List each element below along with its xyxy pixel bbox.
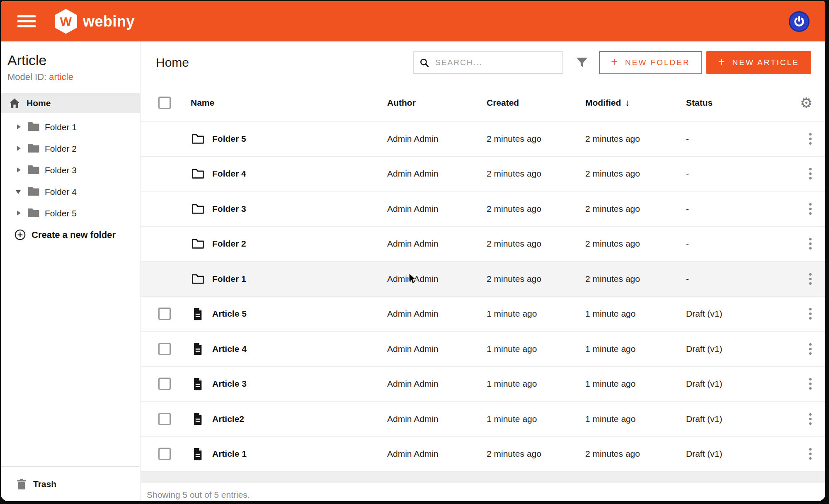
kebab-menu-icon[interactable]: [804, 341, 817, 357]
row-status: Draft (v1): [686, 379, 803, 389]
folder-icon: [28, 165, 39, 176]
filter-button[interactable]: [575, 56, 589, 70]
column-header-name[interactable]: Name: [191, 98, 387, 108]
row-status: -: [686, 169, 803, 179]
folder-icon: [191, 274, 205, 284]
menu-icon[interactable]: [17, 12, 36, 30]
sidebar-folder-label: Folder 4: [45, 187, 77, 197]
search-input[interactable]: [435, 58, 557, 67]
chevron-right-icon[interactable]: [17, 168, 22, 173]
row-checkbox[interactable]: [158, 413, 171, 425]
table-row[interactable]: Folder 1 Admin Admin 2 minutes ago 2 min…: [141, 262, 825, 297]
table-row[interactable]: Article2 Admin Admin 1 minute ago 1 minu…: [141, 402, 825, 437]
row-name[interactable]: Article 4: [212, 344, 247, 354]
table-row[interactable]: Article 1 Admin Admin 2 minutes ago 2 mi…: [141, 437, 825, 472]
row-created: 1 minute ago: [487, 344, 585, 354]
row-modified: 2 minutes ago: [585, 449, 686, 459]
user-avatar-power-icon[interactable]: [789, 11, 810, 32]
trash-icon: [17, 478, 27, 490]
row-author: Admin Admin: [387, 449, 487, 459]
sidebar-folder-item[interactable]: Folder 2: [1, 138, 140, 160]
row-modified: 2 minutes ago: [585, 169, 686, 179]
row-name[interactable]: Folder 3: [212, 204, 246, 214]
column-header-author[interactable]: Author: [387, 98, 487, 108]
chevron-right-icon[interactable]: [17, 125, 22, 130]
sidebar-folder-label: Folder 2: [45, 144, 77, 154]
column-header-modified[interactable]: Modified↓: [585, 97, 686, 108]
row-checkbox[interactable]: [158, 378, 171, 390]
table-row[interactable]: Folder 3 Admin Admin 2 minutes ago 2 min…: [141, 191, 825, 227]
sidebar-item-home[interactable]: Home: [1, 93, 140, 113]
row-checkbox[interactable]: [158, 308, 171, 320]
row-created: 2 minutes ago: [487, 274, 585, 284]
table-row[interactable]: Folder 5 Admin Admin 2 minutes ago 2 min…: [141, 121, 825, 157]
row-name[interactable]: Folder 2: [212, 239, 246, 249]
sidebar-folder-item[interactable]: Folder 3: [1, 160, 140, 181]
create-folder-button[interactable]: Create a new folder: [1, 229, 140, 240]
chevron-right-icon[interactable]: [17, 146, 22, 151]
column-header-created[interactable]: Created: [487, 98, 585, 108]
table-body: Folder 5 Admin Admin 2 minutes ago 2 min…: [141, 121, 825, 472]
row-name[interactable]: Article 3: [212, 379, 247, 389]
new-article-button[interactable]: + NEW ARTICLE: [706, 51, 811, 74]
sidebar-folder-item[interactable]: Folder 1: [1, 116, 140, 138]
kebab-menu-icon[interactable]: [804, 131, 817, 147]
home-icon: [9, 98, 20, 108]
table-row[interactable]: Folder 2 Admin Admin 2 minutes ago 2 min…: [141, 227, 825, 262]
row-status: Draft (v1): [686, 449, 803, 459]
row-author: Admin Admin: [387, 379, 487, 389]
kebab-menu-icon[interactable]: [804, 165, 817, 182]
trash-button[interactable]: Trash: [1, 466, 140, 501]
row-name[interactable]: Article 1: [212, 449, 247, 459]
plus-circle-icon: [15, 229, 26, 240]
kebab-menu-icon[interactable]: [804, 271, 817, 287]
kebab-menu-icon[interactable]: [804, 411, 817, 427]
article-document-icon: [191, 308, 205, 320]
kebab-menu-icon[interactable]: [804, 305, 817, 322]
entries-count: Showing 5 out of 5 entries.: [141, 483, 825, 500]
app-window: W webiny Article Model ID: article Home: [1, 1, 825, 501]
search-box[interactable]: [413, 51, 563, 74]
kebab-menu-icon[interactable]: [804, 376, 817, 392]
row-name[interactable]: Article2: [212, 414, 244, 424]
folder-icon: [28, 187, 39, 198]
row-modified: 2 minutes ago: [585, 134, 686, 144]
table-row[interactable]: Article 3 Admin Admin 1 minute ago 1 min…: [141, 367, 825, 402]
row-checkbox[interactable]: [158, 343, 171, 355]
row-author: Admin Admin: [387, 274, 487, 284]
row-name[interactable]: Folder 1: [212, 274, 246, 284]
folder-icon: [28, 208, 39, 219]
brand-wordmark: webiny: [83, 13, 135, 30]
sidebar-folder-label: Folder 1: [45, 122, 77, 132]
column-header-status[interactable]: Status: [686, 98, 803, 108]
folder-icon: [191, 168, 205, 179]
folder-tree: Folder 1 Folder 2 Folder 3 Folder 4 Fold…: [1, 116, 140, 224]
row-name[interactable]: Folder 4: [212, 169, 246, 179]
chevron-right-icon[interactable]: [17, 211, 22, 216]
article-document-icon: [191, 378, 205, 390]
webiny-hexagon-icon: W: [55, 9, 77, 34]
app-bar: W webiny: [1, 1, 825, 41]
row-modified: 1 minute ago: [585, 309, 686, 319]
row-created: 2 minutes ago: [487, 239, 585, 249]
row-created: 2 minutes ago: [487, 449, 585, 459]
row-name[interactable]: Article 5: [212, 309, 247, 319]
settings-gear-icon[interactable]: ⚙: [800, 94, 812, 111]
row-created: 2 minutes ago: [487, 169, 585, 179]
kebab-menu-icon[interactable]: [804, 235, 817, 252]
select-all-checkbox[interactable]: [158, 97, 171, 109]
row-checkbox[interactable]: [158, 448, 171, 460]
new-folder-button[interactable]: + NEW FOLDER: [599, 51, 702, 74]
sidebar-folder-item[interactable]: Folder 4: [1, 181, 140, 203]
row-author: Admin Admin: [387, 309, 487, 319]
table-row[interactable]: Article 4 Admin Admin 1 minute ago 1 min…: [141, 332, 825, 367]
table-row[interactable]: Folder 4 Admin Admin 2 minutes ago 2 min…: [141, 157, 825, 192]
table-row[interactable]: Article 5 Admin Admin 1 minute ago 1 min…: [141, 297, 825, 332]
kebab-menu-icon[interactable]: [804, 201, 817, 217]
model-id-value[interactable]: article: [49, 72, 73, 82]
kebab-menu-icon[interactable]: [804, 446, 817, 462]
row-created: 2 minutes ago: [487, 204, 585, 214]
row-name[interactable]: Folder 5: [212, 134, 246, 144]
sidebar-folder-item[interactable]: Folder 5: [1, 203, 140, 224]
chevron-down-icon[interactable]: [17, 189, 22, 194]
